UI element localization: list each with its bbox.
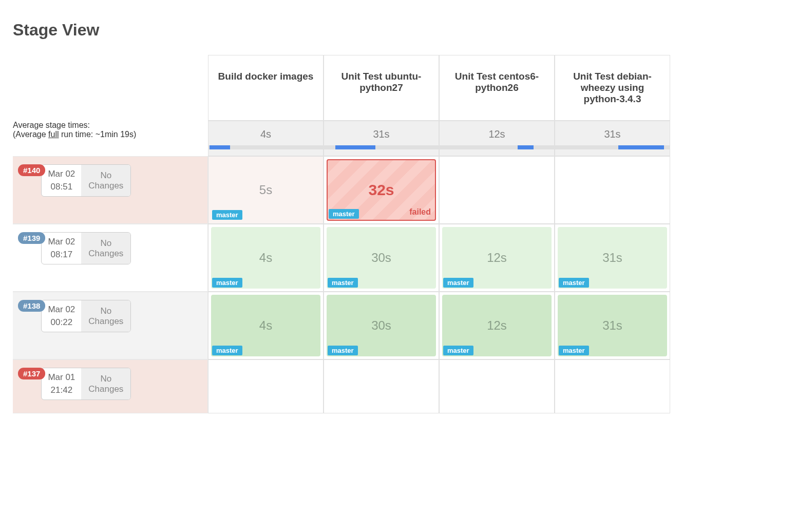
- stage-card[interactable]: 12smaster: [442, 295, 552, 356]
- pipeline-table: Build docker imagesUnit Test ubuntu-pyth…: [13, 55, 784, 413]
- stage-duration: 30s: [371, 318, 391, 333]
- timing-bar: [208, 145, 323, 149]
- changes-line2: Changes: [88, 384, 123, 394]
- changes-line2: Changes: [88, 181, 123, 191]
- average-cell: 31s: [555, 121, 670, 156]
- timing-bar-fill: [335, 145, 375, 149]
- changes-column[interactable]: NoChanges: [81, 300, 130, 332]
- changes-line1: No: [88, 374, 123, 384]
- stage-cell[interactable]: [555, 156, 670, 224]
- changes-line1: No: [88, 170, 123, 181]
- changes-column[interactable]: NoChanges: [81, 165, 130, 196]
- date-column: Mar 0121:42: [42, 368, 81, 400]
- stage-card[interactable]: 5smaster: [211, 159, 320, 221]
- stage-cell[interactable]: [208, 359, 324, 413]
- run-date: Mar 02: [48, 168, 75, 181]
- average-value: 31s: [324, 128, 439, 140]
- run-time: 08:17: [48, 249, 75, 261]
- branch-tag: master: [443, 346, 473, 355]
- average-cell: 4s: [208, 121, 324, 156]
- stage-cell[interactable]: 12smaster: [439, 224, 555, 292]
- average-value: 12s: [440, 128, 554, 140]
- stage-card[interactable]: 32smasterfailed: [327, 159, 436, 221]
- build-badge[interactable]: #137: [18, 368, 45, 379]
- run-row-header[interactable]: #138Mar 0200:22NoChanges: [13, 292, 208, 359]
- stage-card[interactable]: 30smaster: [327, 227, 436, 289]
- average-value: 4s: [208, 128, 323, 140]
- stage-header: Unit Test ubuntu-python27: [324, 55, 439, 121]
- timing-bar: [440, 145, 554, 149]
- stage-duration: 5s: [259, 183, 272, 197]
- build-badge[interactable]: #138: [18, 300, 45, 312]
- timing-bar: [555, 145, 670, 149]
- header-spacer: [13, 55, 208, 121]
- page-title: Stage View: [13, 21, 784, 40]
- run-row-header[interactable]: #137Mar 0121:42NoChanges: [13, 359, 208, 413]
- average-cell: 31s: [324, 121, 439, 156]
- changes-line1: No: [88, 238, 123, 249]
- timing-bar-fill: [618, 145, 664, 149]
- stage-duration: 12s: [487, 251, 507, 265]
- build-badge[interactable]: #140: [18, 164, 45, 176]
- average-label: Average stage times:(Average full run ti…: [13, 121, 208, 156]
- changes-column[interactable]: NoChanges: [81, 233, 130, 264]
- stage-cell[interactable]: [439, 156, 555, 224]
- average-cell: 12s: [439, 121, 555, 156]
- branch-tag: master: [443, 278, 473, 288]
- stage-cell[interactable]: 4smaster: [208, 224, 324, 292]
- stage-card[interactable]: 12smaster: [442, 227, 552, 289]
- branch-tag: master: [212, 278, 242, 288]
- stage-cell[interactable]: 30smaster: [324, 224, 439, 292]
- branch-tag: master: [212, 346, 242, 355]
- stage-card[interactable]: 31smaster: [558, 227, 667, 289]
- branch-tag: master: [328, 346, 358, 355]
- failed-label: failed: [409, 207, 431, 217]
- stage-duration: 4s: [259, 251, 272, 265]
- date-box: Mar 0208:51NoChanges: [41, 164, 131, 197]
- run-row-header[interactable]: #139Mar 0208:17NoChanges: [13, 224, 208, 292]
- branch-tag: master: [212, 210, 242, 220]
- stage-cell[interactable]: 30smaster: [324, 292, 439, 359]
- branch-tag: master: [328, 278, 358, 288]
- stage-cell[interactable]: [555, 359, 670, 413]
- stage-duration: 31s: [602, 318, 622, 333]
- stage-header: Build docker images: [208, 55, 324, 121]
- stage-card[interactable]: 4smaster: [211, 295, 320, 356]
- run-date: Mar 02: [48, 236, 75, 249]
- stage-cell[interactable]: 31smaster: [555, 224, 670, 292]
- stage-cell[interactable]: 12smaster: [439, 292, 555, 359]
- date-box: Mar 0121:42NoChanges: [41, 368, 131, 400]
- stage-card[interactable]: 4smaster: [211, 227, 320, 289]
- stage-card[interactable]: 31smaster: [558, 295, 667, 356]
- timing-bar-fill: [210, 145, 230, 149]
- branch-tag: master: [559, 346, 589, 355]
- stage-cell[interactable]: [439, 359, 555, 413]
- date-box: Mar 0208:17NoChanges: [41, 232, 131, 264]
- date-column: Mar 0208:51: [42, 165, 81, 196]
- stage-card[interactable]: 30smaster: [327, 295, 436, 356]
- stage-cell[interactable]: 31smaster: [555, 292, 670, 359]
- changes-column[interactable]: NoChanges: [81, 368, 130, 400]
- stage-duration: 4s: [259, 318, 272, 333]
- run-time: 08:51: [48, 181, 75, 194]
- average-value: 31s: [555, 128, 670, 140]
- stage-duration: 12s: [487, 318, 507, 333]
- stage-header: Unit Test debian-wheezy using python-3.4…: [555, 55, 670, 121]
- stage-cell[interactable]: 4smaster: [208, 292, 324, 359]
- timing-bar: [324, 145, 439, 149]
- stage-cell[interactable]: [324, 359, 439, 413]
- timing-bar-fill: [518, 145, 534, 149]
- stage-header: Unit Test centos6-python26: [439, 55, 555, 121]
- build-badge[interactable]: #139: [18, 232, 45, 244]
- changes-line1: No: [88, 306, 123, 316]
- run-time: 00:22: [48, 316, 75, 329]
- run-time: 21:42: [48, 384, 75, 397]
- stage-duration: 31s: [602, 251, 622, 265]
- branch-tag: master: [329, 209, 359, 219]
- changes-line2: Changes: [88, 249, 123, 259]
- stage-cell[interactable]: 32smasterfailed: [324, 156, 439, 224]
- stage-duration: 32s: [368, 181, 394, 199]
- run-row-header[interactable]: #140Mar 0208:51NoChanges: [13, 156, 208, 224]
- stage-cell[interactable]: 5smaster: [208, 156, 324, 224]
- stage-duration: 30s: [371, 251, 391, 265]
